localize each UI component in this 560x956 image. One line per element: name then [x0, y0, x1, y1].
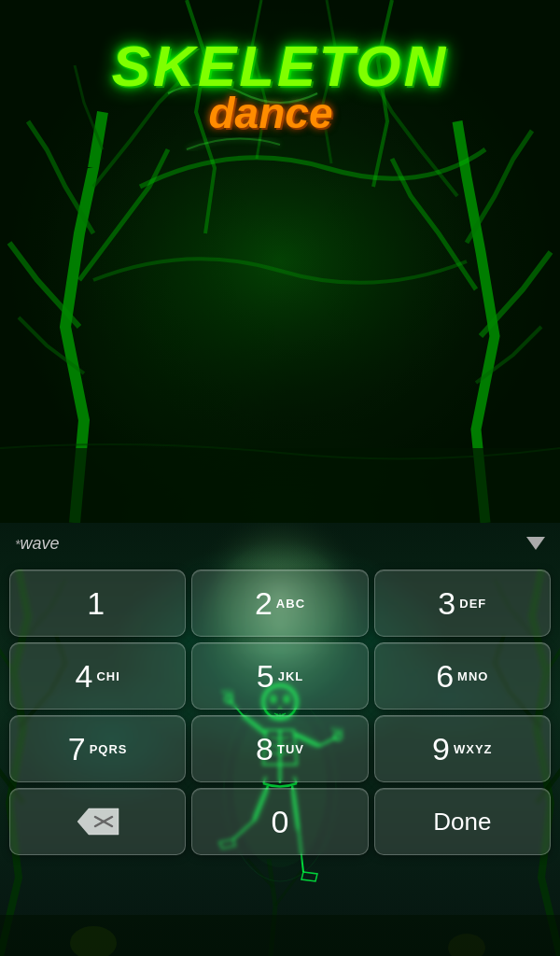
key-8[interactable]: 8 TUV	[191, 715, 368, 782]
key-1[interactable]: 1	[9, 569, 186, 637]
key-9-letters: WXYZ	[454, 743, 493, 755]
wave-text: wave	[20, 534, 59, 553]
key-4[interactable]: 4 CHI	[9, 642, 186, 710]
backspace-icon	[76, 807, 120, 836]
key-0[interactable]: 0	[191, 788, 368, 855]
wave-brand: *wave	[15, 534, 59, 554]
key-7[interactable]: 7 PQRS	[9, 715, 186, 782]
key-7-letters: PQRS	[90, 743, 128, 755]
key-6-letters: MNO	[457, 670, 488, 682]
key-9-number: 9	[432, 733, 450, 765]
key-0-number: 0	[272, 806, 289, 837]
done-label: Done	[433, 808, 491, 836]
key-2-number: 2	[255, 587, 273, 619]
key-4-letters: CHI	[96, 670, 119, 682]
key-backspace[interactable]	[9, 788, 186, 855]
svg-rect-2	[0, 448, 560, 523]
key-7-number: 7	[68, 733, 86, 765]
keypad: 1 2 ABC 3 DEF 4 CHI 5 JKL 6 MNO 7 PQRS	[0, 564, 560, 861]
key-6[interactable]: 6 MNO	[374, 642, 551, 710]
key-3-number: 3	[438, 587, 455, 619]
game-title-skeleton: SKELETON	[0, 37, 560, 95]
key-8-letters: TUV	[277, 743, 304, 755]
key-8-number: 8	[256, 733, 273, 765]
key-2-letters: ABC	[276, 598, 305, 610]
key-1-number: 1	[87, 587, 105, 619]
game-title-dance: dance	[0, 88, 560, 138]
key-5-number: 5	[257, 660, 274, 692]
title-container: SKELETON dance	[0, 37, 560, 138]
key-6-number: 6	[436, 660, 454, 692]
key-3[interactable]: 3 DEF	[374, 569, 551, 637]
key-5-letters: JKL	[278, 670, 304, 682]
key-done[interactable]: Done	[374, 788, 551, 855]
key-4-number: 4	[76, 660, 93, 692]
key-9[interactable]: 9 WXYZ	[374, 715, 551, 782]
key-5[interactable]: 5 JKL	[191, 642, 368, 710]
game-artwork: SKELETON dance	[0, 0, 560, 523]
key-2[interactable]: 2 ABC	[191, 569, 368, 637]
key-3-letters: DEF	[459, 598, 486, 610]
keyboard-section: *wave 1 2 ABC 3 DEF 4 CHI 5 JKL 6 M	[0, 523, 560, 956]
header-bar: *wave	[0, 523, 560, 564]
dropdown-button[interactable]	[526, 537, 545, 550]
